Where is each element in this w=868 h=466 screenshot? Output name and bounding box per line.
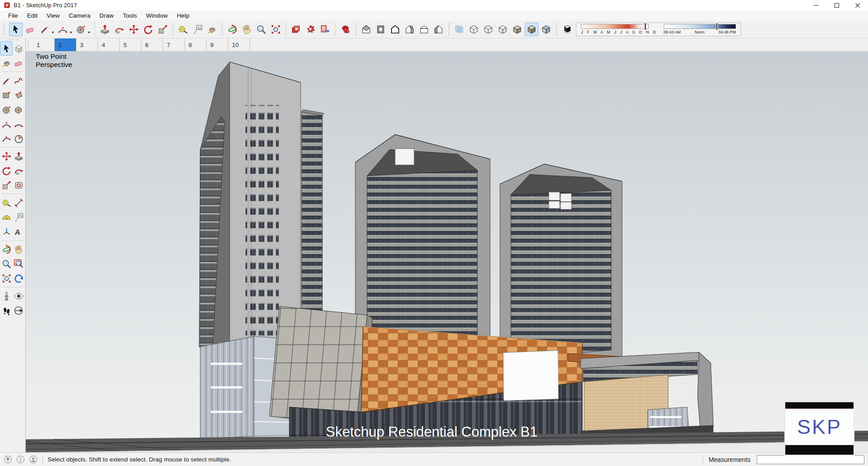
- scene-tab-1[interactable]: 1: [33, 38, 55, 51]
- sign-in-icon[interactable]: [29, 455, 38, 464]
- date-slider-thumb[interactable]: [644, 23, 646, 30]
- text-tool-button[interactable]: [191, 23, 204, 36]
- menu-help[interactable]: Help: [172, 11, 194, 20]
- select-tool[interactable]: [0, 41, 13, 56]
- scene-tab-8[interactable]: 8: [185, 38, 207, 51]
- menu-edit[interactable]: Edit: [23, 11, 42, 20]
- menu-file[interactable]: File: [4, 11, 23, 20]
- orbit-tool[interactable]: [0, 242, 13, 257]
- shadows-toggle-button[interactable]: [560, 23, 574, 36]
- back-edges-style-button[interactable]: [467, 23, 481, 36]
- shaded-with-textures-style-button[interactable]: [525, 23, 538, 36]
- palette-grip[interactable]: [7, 39, 19, 40]
- model-canvas[interactable]: Sketchup Residential Complex B1: [26, 51, 868, 452]
- minimize-button[interactable]: [806, 0, 826, 10]
- select-tool-button[interactable]: [9, 23, 23, 36]
- follow-me-tool[interactable]: [13, 163, 25, 178]
- follow-me-tool-button[interactable]: [113, 23, 126, 36]
- circle-tool[interactable]: [0, 102, 13, 117]
- move-tool[interactable]: [0, 149, 13, 163]
- maximize-button[interactable]: [826, 0, 847, 10]
- scale-tool-button[interactable]: [156, 23, 170, 36]
- scene-tab-2[interactable]: 2: [55, 38, 76, 51]
- shadow-date-slider[interactable]: J F M A M J J A S O N D: [581, 24, 657, 34]
- line-dropdown-caret-icon[interactable]: [52, 32, 54, 33]
- iso-view-button[interactable]: [359, 23, 373, 36]
- menu-camera[interactable]: Camera: [64, 11, 95, 20]
- pie-tool[interactable]: [13, 131, 25, 146]
- toolbar-gripper[interactable]: [355, 23, 356, 36]
- look-around-tool[interactable]: [13, 289, 25, 303]
- back-view-button[interactable]: [417, 23, 431, 36]
- zoom-tool-button[interactable]: [255, 23, 268, 36]
- previous-view-tool[interactable]: [13, 271, 25, 285]
- paint-bucket-tool[interactable]: [0, 56, 13, 70]
- measurements-input[interactable]: [757, 455, 864, 464]
- arc-tool-button[interactable]: [56, 23, 70, 36]
- menu-tools[interactable]: Tools: [118, 11, 142, 20]
- model-viewport[interactable]: Sketchup Residential Complex B1 Two Poin…: [26, 51, 868, 452]
- close-button[interactable]: [847, 0, 868, 10]
- shapes-tool-button[interactable]: [74, 23, 88, 36]
- zoom-extents-tool-button[interactable]: [269, 23, 283, 36]
- text-tool[interactable]: [13, 210, 25, 224]
- xray-style-button[interactable]: [453, 23, 466, 36]
- move-tool-button[interactable]: [127, 23, 141, 36]
- credits-info-icon[interactable]: [16, 455, 25, 464]
- arc-tool[interactable]: [0, 117, 13, 131]
- axes-tool[interactable]: [0, 224, 13, 239]
- two-point-arc-tool[interactable]: [13, 117, 25, 131]
- front-view-button[interactable]: [388, 23, 402, 36]
- scene-tab-4[interactable]: 4: [98, 38, 120, 51]
- arc-dropdown-caret-icon[interactable]: [70, 32, 72, 33]
- push-pull-tool-button[interactable]: [98, 23, 112, 36]
- scene-tab-7[interactable]: 7: [163, 38, 185, 51]
- line-tool[interactable]: [0, 73, 13, 88]
- scene-tab-3[interactable]: 3: [76, 38, 98, 51]
- menu-draw[interactable]: Draw: [95, 11, 118, 20]
- tape-measure-tool[interactable]: [0, 195, 13, 210]
- position-camera-tool[interactable]: [0, 289, 13, 303]
- menu-view[interactable]: View: [42, 11, 64, 20]
- three-point-arc-tool[interactable]: [0, 131, 13, 146]
- wireframe-style-button[interactable]: [481, 23, 495, 36]
- rotated-rectangle-tool[interactable]: [13, 88, 25, 102]
- protractor-tool[interactable]: [0, 210, 13, 224]
- share-model-button[interactable]: [304, 23, 317, 36]
- shadow-time-slider[interactable]: 06:43 AM Noon 04:46 PM: [664, 24, 736, 34]
- rectangle-tool[interactable]: [0, 88, 13, 102]
- extension-warehouse-button[interactable]: [339, 23, 352, 36]
- orbit-tool-button[interactable]: [226, 23, 239, 36]
- scale-tool[interactable]: [0, 178, 13, 192]
- freehand-tool[interactable]: [13, 73, 25, 88]
- right-view-button[interactable]: [403, 23, 416, 36]
- line-tool-button[interactable]: [38, 23, 52, 36]
- hidden-line-style-button[interactable]: [496, 23, 509, 36]
- toolbar-gripper[interactable]: [556, 23, 557, 36]
- toolbar-grip[interactable]: [4, 24, 6, 35]
- monochrome-style-button[interactable]: [539, 23, 553, 36]
- push-pull-tool[interactable]: [13, 149, 25, 163]
- scene-tab-6[interactable]: 6: [142, 38, 163, 51]
- paint-bucket-tool-button[interactable]: [205, 23, 219, 36]
- section-plane-tool[interactable]: [13, 303, 25, 318]
- time-slider-thumb[interactable]: [716, 23, 718, 30]
- scene-tab-5[interactable]: 5: [120, 38, 142, 51]
- geolocation-icon[interactable]: [4, 455, 12, 464]
- walk-tool[interactable]: [0, 303, 13, 318]
- dimension-tool[interactable]: [13, 195, 25, 210]
- shaded-style-button[interactable]: [510, 23, 524, 36]
- get-models-button[interactable]: [289, 23, 303, 36]
- menu-window[interactable]: Window: [142, 11, 172, 20]
- share-component-button[interactable]: [318, 23, 332, 36]
- zoom-extents-tool[interactable]: [0, 271, 13, 285]
- polygon-tool[interactable]: [13, 102, 25, 117]
- top-view-button[interactable]: [374, 23, 387, 36]
- offset-tool[interactable]: [13, 178, 25, 192]
- zoom-window-tool[interactable]: [13, 257, 25, 271]
- shapes-dropdown-caret-icon[interactable]: [88, 32, 90, 33]
- scene-tab-9[interactable]: 9: [207, 38, 228, 51]
- rotate-tool[interactable]: [0, 163, 13, 178]
- eraser-tool[interactable]: [13, 56, 25, 70]
- zoom-tool[interactable]: [0, 257, 13, 271]
